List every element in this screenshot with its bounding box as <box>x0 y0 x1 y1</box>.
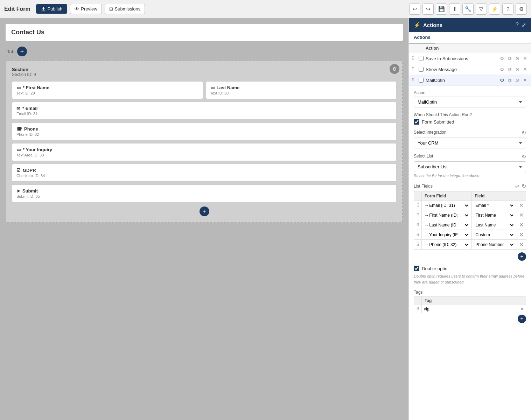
field-firstname-select[interactable]: First Name <box>474 212 515 218</box>
form-field-firstname-select[interactable]: -- First Name (ID: <box>424 212 469 218</box>
section-settings-icon[interactable]: ⚙ <box>390 64 399 74</box>
phone-meta: Phone ID: 32 <box>16 132 392 136</box>
remove-lastname[interactable]: ✕ <box>517 220 526 230</box>
field-inquiry-select[interactable]: Custom <box>474 232 515 238</box>
section-id: Section ID: 9 <box>12 72 397 77</box>
remove-inquiry[interactable]: ✕ <box>517 230 526 240</box>
list-field-row-lastname: ⠿ -- Last Name (ID: Last Name ✕ <box>414 220 526 230</box>
drag-lastname[interactable]: ⠿ <box>414 220 422 230</box>
remove-phone[interactable]: ✕ <box>517 240 526 250</box>
save-icon[interactable]: 💾 <box>436 4 447 15</box>
tag-remove-vip[interactable]: ✕ <box>518 305 526 313</box>
list-refresh-icon[interactable]: ↻ <box>522 153 526 160</box>
double-optin-label: Double optin <box>422 266 447 271</box>
delete-action-save[interactable]: ✕ <box>522 55 528 62</box>
remove-firstname[interactable]: ✕ <box>517 210 526 220</box>
list-fields-sort-icon[interactable]: ⇌ <box>515 183 519 189</box>
field-lastname-select[interactable]: Last Name <box>474 222 515 228</box>
submit-field[interactable]: ➤ Submit Submit ID: 35 <box>12 184 397 202</box>
email-label: ✉ * Email <box>16 106 392 111</box>
field-phone-select[interactable]: Phone Number <box>474 242 515 247</box>
tab-actions[interactable]: Actions <box>409 32 435 43</box>
delete-action-mailoptin[interactable]: ✕ <box>522 77 528 83</box>
form-field-inquiry-select[interactable]: -- Your Inquiry (IE <box>424 232 469 238</box>
drag-handle-save[interactable]: ⠿ <box>412 56 419 61</box>
inquiry-label: ▭ * Your Inquiry <box>16 147 392 152</box>
drag-email[interactable]: ⠿ <box>414 201 422 210</box>
first-name-field[interactable]: ▭ * First Name Text ID: 29 <box>12 81 203 99</box>
drag-inquiry[interactable]: ⠿ <box>414 230 422 240</box>
remove-email[interactable]: ✕ <box>517 201 526 210</box>
form-field-firstname: -- First Name (ID: <box>422 210 472 220</box>
action-row-save: ⠿ Save to Submissions ⚙ ⧉ ⊘ ✕ <box>409 53 531 64</box>
form-field-email-select[interactable]: -- Email (ID: 31) <box>424 203 469 208</box>
action-checkbox-message[interactable] <box>419 67 424 72</box>
bottom-add: + <box>12 206 397 216</box>
action-label-save: Save to Submissions <box>426 56 499 61</box>
list-select[interactable]: Subscriber List <box>414 161 526 172</box>
text-icon: ▭ <box>16 85 21 90</box>
form-field-phone-select[interactable]: -- Phone (ID: 32) <box>424 242 469 247</box>
submit-label: ➤ Submit <box>16 188 392 194</box>
add-field-button[interactable]: + <box>200 206 209 216</box>
phone-field[interactable]: ☎ Phone Phone ID: 32 <box>12 122 397 140</box>
email-field[interactable]: ✉ * Email Email ID: 31 <box>12 102 397 120</box>
list-fields-icons: ⇌ ↻ <box>515 183 526 189</box>
drag-handle-message[interactable]: ⠿ <box>412 67 419 72</box>
action-checkbox-save[interactable] <box>419 56 424 61</box>
tag-row-vip: ⠿ ✕ <box>414 305 526 313</box>
field-email-select[interactable]: Email * <box>474 203 515 208</box>
settings-icon[interactable]: ⚙ <box>516 4 527 15</box>
dropdown-icon[interactable]: ▽ <box>476 4 487 15</box>
tag-drag-vip[interactable]: ⠿ <box>414 305 422 313</box>
add-list-field-button[interactable]: + <box>518 252 526 261</box>
settings-action-message[interactable]: ⚙ <box>499 66 505 72</box>
copy-action-message[interactable]: ⧉ <box>506 66 513 72</box>
add-tab-button[interactable]: + <box>17 47 27 56</box>
settings-action-save[interactable]: ⚙ <box>499 55 505 62</box>
integration-select[interactable]: Your CRM <box>414 138 526 148</box>
copy-action-mailoptin[interactable]: ⧉ <box>506 77 513 83</box>
action-select[interactable]: MailOptin Save to Submissions Show Messa… <box>414 97 526 107</box>
disable-action-mailoptin[interactable]: ⊘ <box>514 77 520 83</box>
panel-help-icon[interactable]: ? <box>516 22 519 28</box>
disable-action-message[interactable]: ⊘ <box>514 66 520 72</box>
form-submitted-checkbox[interactable] <box>414 119 419 125</box>
double-optin-checkbox[interactable] <box>414 266 419 271</box>
inquiry-icon: ▭ <box>16 147 21 152</box>
add-tag-button[interactable]: + <box>518 315 526 323</box>
delete-action-message[interactable]: ✕ <box>522 66 528 72</box>
last-name-field[interactable]: ▭ Last Name Text ID: 30 <box>206 81 397 99</box>
th-field: Field <box>472 192 517 201</box>
first-name-meta: Text ID: 29 <box>16 91 198 95</box>
help-icon[interactable]: ? <box>502 4 513 15</box>
copy-action-save[interactable]: ⧉ <box>506 55 513 62</box>
panel-expand-icon[interactable]: ⤢ <box>522 22 526 28</box>
tag-input-vip[interactable] <box>424 307 516 312</box>
gdpr-row: ☑ GDPR Checkbox ID: 34 <box>12 164 397 182</box>
drag-handle-mailoptin[interactable]: ⠿ <box>412 78 419 83</box>
tags-table: Tag ⠿ ✕ <box>414 296 526 313</box>
tag-value-vip <box>422 305 518 313</box>
submissions-button[interactable]: ⊞ Submissions <box>105 4 145 14</box>
form-field-lastname-select[interactable]: -- Last Name (ID: <box>424 222 469 228</box>
gdpr-field[interactable]: ☑ GDPR Checkbox ID: 34 <box>12 164 397 182</box>
upload-icon[interactable]: ⬆ <box>449 4 460 15</box>
disable-action-save[interactable]: ⊘ <box>514 55 520 62</box>
preview-button[interactable]: 👁 Preview <box>70 4 102 14</box>
drag-firstname[interactable]: ⠿ <box>414 210 422 220</box>
list-fields-refresh-icon[interactable]: ↻ <box>522 183 526 189</box>
integration-refresh-icon[interactable]: ↻ <box>522 130 526 136</box>
panel-content: Action MailOptin Save to Submissions Sho… <box>409 86 531 420</box>
action-checkbox-mailoptin[interactable] <box>419 78 424 83</box>
redo-icon[interactable]: ↪ <box>422 4 434 15</box>
undo-icon[interactable]: ↩ <box>409 4 420 15</box>
list-label-row: Select List ↻ <box>414 153 526 160</box>
settings-action-mailoptin[interactable]: ⚙ <box>499 77 505 83</box>
wrench-icon[interactable]: 🔧 <box>462 4 474 15</box>
panel-title: ⚡ Actions <box>414 22 442 28</box>
drag-phone[interactable]: ⠿ <box>414 240 422 250</box>
lightning-icon[interactable]: ⚡ <box>489 4 500 15</box>
inquiry-field[interactable]: ▭ * Your Inquiry Text Area ID: 33 <box>12 143 397 161</box>
publish-button[interactable]: Publish <box>36 4 68 14</box>
